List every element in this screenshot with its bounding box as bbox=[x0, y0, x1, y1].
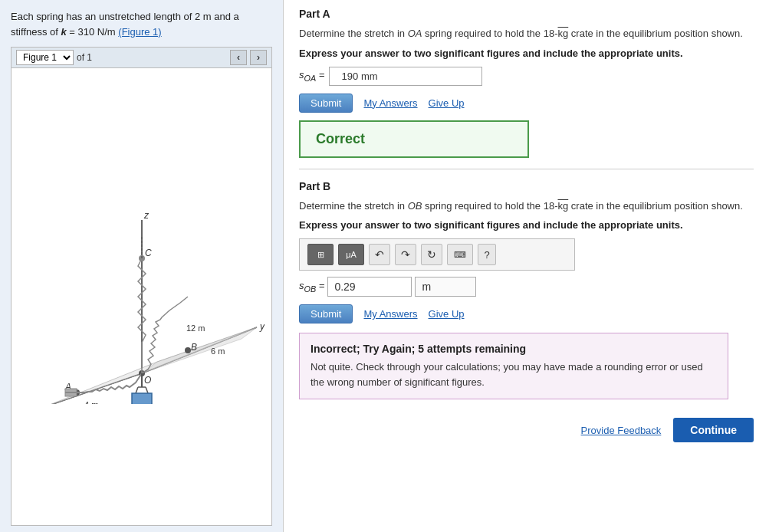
part-a-answer-input[interactable] bbox=[329, 67, 482, 86]
part-b-submit-btn[interactable]: Submit bbox=[299, 304, 353, 323]
svg-text:y: y bbox=[259, 321, 265, 332]
oa-variable: OA bbox=[408, 28, 422, 39]
part-b-description: Determine the stretch in OB spring requi… bbox=[299, 199, 754, 214]
part-b-answer-row: sOB = bbox=[299, 277, 754, 297]
svg-line-22 bbox=[136, 387, 138, 393]
part-a-label: Part A bbox=[299, 8, 754, 20]
undo-icon: ↶ bbox=[375, 248, 384, 261]
part-a-express-note: Express your answer to two significant f… bbox=[299, 48, 754, 59]
continue-btn[interactable]: Continue bbox=[673, 418, 754, 442]
part-a-submit-btn[interactable]: Submit bbox=[299, 94, 353, 113]
svg-line-23 bbox=[146, 387, 148, 393]
correct-box: Correct bbox=[299, 120, 529, 158]
figure-canvas: z y x O C B bbox=[12, 68, 271, 525]
math-toolbar: ⊞ μA ↶ ↷ ↻ ⌨ ? bbox=[299, 238, 575, 271]
part-a-section: Part A Determine the stretch in OA sprin… bbox=[299, 8, 754, 158]
incorrect-body: Not quite. Check through your calculatio… bbox=[311, 360, 717, 389]
mu-icon: μA bbox=[346, 250, 357, 259]
svg-text:O: O bbox=[144, 375, 151, 386]
part-a-answer-label: sOA = bbox=[299, 69, 324, 83]
refresh-icon: ↻ bbox=[427, 248, 436, 261]
figure-toolbar: Figure 1 of 1 ‹ › bbox=[12, 48, 271, 68]
svg-text:C: C bbox=[145, 248, 152, 258]
figure-next-btn[interactable]: › bbox=[250, 50, 267, 65]
part-b-express-note: Express your answer to two significant f… bbox=[299, 219, 754, 231]
incorrect-title: Incorrect; Try Again; 5 attempts remaini… bbox=[311, 343, 717, 355]
figure-svg: z y x O C B bbox=[19, 189, 265, 404]
part-b-action-row: Submit My Answers Give Up bbox=[299, 304, 754, 323]
figure-prev-btn[interactable]: ‹ bbox=[230, 50, 247, 65]
svg-text:B: B bbox=[191, 342, 197, 353]
figure1-link[interactable]: (Figure 1) bbox=[118, 26, 161, 38]
svg-text:z: z bbox=[143, 210, 150, 221]
figure-of-label: of 1 bbox=[77, 52, 92, 63]
part-b-give-up-btn[interactable]: Give Up bbox=[429, 308, 465, 320]
refresh-btn[interactable]: ↻ bbox=[421, 244, 442, 265]
part-b-my-answers-btn[interactable]: My Answers bbox=[363, 308, 417, 320]
part-a-action-row: Submit My Answers Give Up bbox=[299, 94, 754, 113]
part-a-my-answers-btn[interactable]: My Answers bbox=[363, 97, 417, 109]
figure-panel: Figure 1 of 1 ‹ › z y x bbox=[11, 47, 272, 526]
part-a-give-up-btn[interactable]: Give Up bbox=[429, 97, 465, 109]
svg-text:12 m: 12 m bbox=[186, 323, 205, 333]
part-a-answer-row: sOA = bbox=[299, 67, 754, 86]
mu-btn[interactable]: μA bbox=[338, 244, 364, 265]
figure-select[interactable]: Figure 1 bbox=[16, 50, 74, 65]
svg-marker-7 bbox=[142, 327, 257, 373]
svg-text:x: x bbox=[30, 402, 36, 404]
redo-icon: ↷ bbox=[401, 248, 410, 261]
right-panel: Part A Determine the stretch in OA sprin… bbox=[284, 0, 769, 532]
incorrect-box: Incorrect; Try Again; 5 attempts remaini… bbox=[299, 333, 728, 399]
matrix-btn[interactable]: ⊞ bbox=[307, 244, 334, 265]
part-a-description: Determine the stretch in OA spring requi… bbox=[299, 26, 754, 41]
problem-text: Each spring has an unstretched length of… bbox=[11, 9, 272, 39]
svg-text:4 m: 4 m bbox=[84, 400, 98, 404]
keyboard-btn[interactable]: ⌨ bbox=[447, 244, 473, 265]
part-b-section: Part B Determine the stretch in OB sprin… bbox=[299, 180, 754, 400]
part-b-unit-input[interactable] bbox=[415, 277, 476, 297]
part-b-answer-label: sOB = bbox=[299, 280, 324, 294]
svg-point-12 bbox=[185, 347, 191, 353]
bottom-bar: Provide Feedback Continue bbox=[299, 412, 754, 442]
left-panel: Each spring has an unstretched length of… bbox=[0, 0, 284, 532]
matrix-icon: ⊞ bbox=[317, 250, 324, 260]
part-b-answer-input[interactable] bbox=[327, 277, 412, 297]
redo-btn[interactable]: ↷ bbox=[395, 244, 416, 265]
svg-rect-24 bbox=[132, 393, 152, 404]
undo-btn[interactable]: ↶ bbox=[369, 244, 390, 265]
help-btn[interactable]: ? bbox=[478, 244, 496, 265]
keyboard-icon: ⌨ bbox=[454, 250, 466, 260]
ob-variable: OB bbox=[408, 200, 422, 212]
svg-text:6 m: 6 m bbox=[211, 346, 225, 356]
provide-feedback-btn[interactable]: Provide Feedback bbox=[581, 425, 662, 436]
part-b-label: Part B bbox=[299, 180, 754, 192]
part-divider bbox=[299, 169, 754, 169]
help-icon: ? bbox=[484, 249, 489, 261]
k-variable: k bbox=[61, 26, 67, 38]
